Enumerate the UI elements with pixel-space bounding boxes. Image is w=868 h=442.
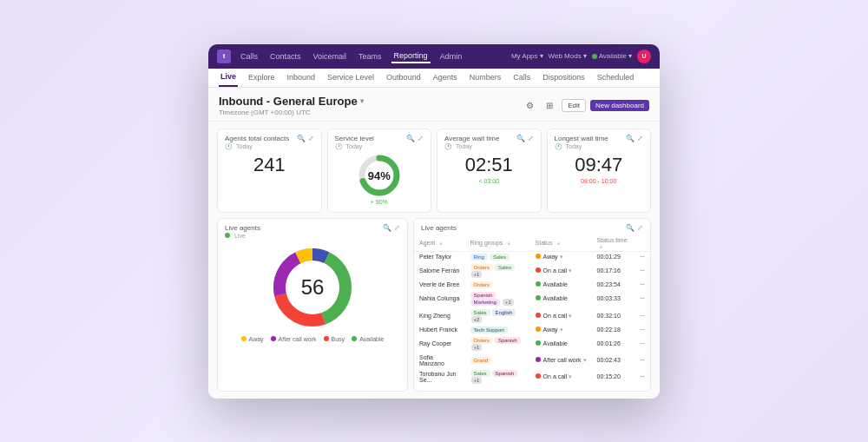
kpi-title: Longest wait time 🔍 ⤢: [555, 135, 644, 142]
subnav-explore[interactable]: Explore: [247, 69, 277, 87]
table-header: Agent ▲ Ring groups ▲ Status ▲ Status ti…: [414, 235, 650, 252]
col-status-time[interactable]: Status time ▲: [592, 235, 635, 252]
search-icon[interactable]: 🔍: [626, 135, 635, 142]
col-ring-groups[interactable]: Ring groups ▲: [465, 235, 530, 252]
agent-status: Away ▾: [530, 325, 592, 335]
chevron-down-icon[interactable]: ▾: [360, 97, 364, 105]
clock-icon: 🕐: [444, 143, 452, 150]
row-more-button[interactable]: ···: [635, 335, 650, 353]
col-agent[interactable]: Agent ▲: [414, 235, 465, 252]
kpi-service-level: Service level 🔍 ⤢ 🕐 Today 94% +: [327, 129, 432, 213]
subnav-outbound[interactable]: Outbound: [385, 69, 423, 87]
kpi-value: 09:47: [555, 154, 644, 176]
edit-button[interactable]: Edit: [562, 99, 586, 112]
subnav-numbers[interactable]: Numbers: [468, 69, 503, 87]
avatar[interactable]: U: [637, 49, 651, 63]
dashboard-subtitle: Timezone (GMT +00:00) UTC: [219, 109, 364, 116]
kpi-subtitle: 🕐 Today: [335, 143, 424, 150]
agent-status: On a call ▾: [530, 368, 592, 386]
nav-voicemail[interactable]: Voicemail: [311, 50, 350, 63]
chevron-down-icon[interactable]: ▾: [558, 254, 563, 260]
settings-button[interactable]: ⚙: [522, 97, 537, 113]
col-status[interactable]: Status ▲: [530, 235, 592, 252]
subnav-inbound[interactable]: Inbound: [286, 69, 318, 87]
search-icon[interactable]: 🔍: [297, 135, 306, 142]
table-title: Live agents: [421, 224, 457, 232]
chevron-down-icon[interactable]: ▾: [567, 313, 572, 319]
table-row: Sofia ManzanoGrandAfter call work ▾00:02…: [414, 353, 650, 368]
status-dot: [536, 295, 541, 300]
expand-icon[interactable]: ⤢: [528, 135, 534, 142]
subnav-calls[interactable]: Calls: [511, 69, 532, 87]
row-more-button[interactable]: ···: [635, 368, 650, 386]
nav-right: My Apps ▾ Web Mods ▾ Available ▾ U: [511, 49, 651, 63]
search-icon[interactable]: 🔍: [383, 224, 391, 232]
extra-groups-badge: +1: [471, 344, 483, 351]
status-label: Available: [543, 340, 568, 346]
kpi-subtitle: 🕐 Today: [555, 143, 644, 150]
row-more-button[interactable]: ···: [635, 307, 650, 325]
status-label: On a call ▾: [543, 267, 573, 274]
chevron-down-icon[interactable]: ▾: [567, 267, 572, 274]
ring-groups: OrdersSpanish+1: [465, 335, 530, 353]
kpi-icons: 🔍 ⤢: [297, 135, 314, 142]
row-more-button[interactable]: ···: [635, 262, 650, 280]
ring-group-tag: Orders: [470, 264, 493, 271]
status-label: After call work ▾: [543, 357, 587, 363]
table-row: Veerle de BreeOrdersAvailable00:23:54···: [414, 280, 650, 290]
chevron-down-icon[interactable]: ▾: [567, 373, 572, 379]
kpi-badge: 08:00 - 10:00: [555, 178, 644, 184]
expand-icon[interactable]: ⤢: [637, 135, 643, 142]
kpi-title: Agents total contacts 🔍 ⤢: [225, 135, 314, 142]
search-icon[interactable]: 🔍: [516, 135, 525, 142]
nav-teams[interactable]: Teams: [356, 50, 385, 63]
status-time: 00:23:54: [592, 280, 635, 290]
subnav-scheduled[interactable]: Scheduled: [595, 69, 636, 87]
status-time: 00:01:29: [592, 251, 635, 262]
grid-button[interactable]: ⊞: [542, 97, 557, 113]
nav-reporting[interactable]: Reporting: [391, 49, 431, 63]
bottom-row: Live agents 🔍 ⤢ Live: [208, 218, 660, 399]
chevron-down-icon: ▾: [540, 52, 543, 60]
nav-admin[interactable]: Admin: [437, 50, 465, 63]
live-agents-chart: Live agents 🔍 ⤢ Live: [217, 218, 408, 392]
nav-calls[interactable]: Calls: [238, 50, 260, 63]
expand-icon[interactable]: ⤢: [308, 135, 314, 142]
ring-groups: SalesSpanish+1: [465, 368, 530, 386]
subnav-service-level[interactable]: Service Level: [326, 69, 376, 87]
table-row: Hubert FranckTech SupportAway ▾00:22:18·…: [414, 325, 650, 335]
agents-table: Agent ▲ Ring groups ▲ Status ▲ Status ti…: [414, 235, 650, 386]
available-status[interactable]: Available ▾: [592, 52, 632, 60]
row-more-button[interactable]: ···: [635, 280, 650, 290]
row-more-button[interactable]: ···: [635, 325, 650, 335]
nav-contacts[interactable]: Contacts: [267, 50, 304, 63]
dashboard-title: Inbound - General Europe ▾: [219, 95, 364, 108]
my-apps-button[interactable]: My Apps ▾: [511, 52, 543, 60]
kpi-title: Average wait time 🔍 ⤢: [444, 135, 534, 142]
subnav-dispositions[interactable]: Dispositions: [541, 69, 587, 87]
subnav-live[interactable]: Live: [219, 69, 238, 87]
expand-icon[interactable]: ⤢: [418, 135, 424, 142]
ring-group-tag: Spanish: [495, 337, 521, 344]
new-dashboard-button[interactable]: New dashboard: [590, 100, 649, 111]
status-label: On a call ▾: [543, 373, 573, 379]
expand-icon[interactable]: ⤢: [394, 224, 400, 232]
row-more-button[interactable]: ···: [635, 251, 650, 262]
extra-groups-badge: +1: [471, 377, 483, 384]
search-icon[interactable]: 🔍: [626, 224, 635, 232]
ring-groups: Grand: [465, 353, 530, 368]
chevron-down-icon[interactable]: ▾: [582, 357, 587, 363]
clock-icon: 🕐: [335, 143, 343, 150]
legend-away-dot: [241, 336, 247, 341]
table-row: Ray CooperOrdersSpanish+1Available00:01:…: [414, 335, 650, 353]
search-icon[interactable]: 🔍: [406, 135, 415, 142]
web-mods-button[interactable]: Web Mods ▾: [549, 52, 587, 60]
chart-subtitle: Live: [225, 233, 400, 239]
kpi-icons: 🔍 ⤢: [516, 135, 534, 142]
subnav-agents[interactable]: Agents: [431, 69, 459, 87]
chevron-down-icon[interactable]: ▾: [558, 327, 563, 333]
status-label: Available: [543, 281, 568, 287]
expand-icon[interactable]: ⤢: [637, 224, 643, 232]
row-more-button[interactable]: ···: [635, 353, 650, 368]
row-more-button[interactable]: ···: [635, 290, 650, 307]
